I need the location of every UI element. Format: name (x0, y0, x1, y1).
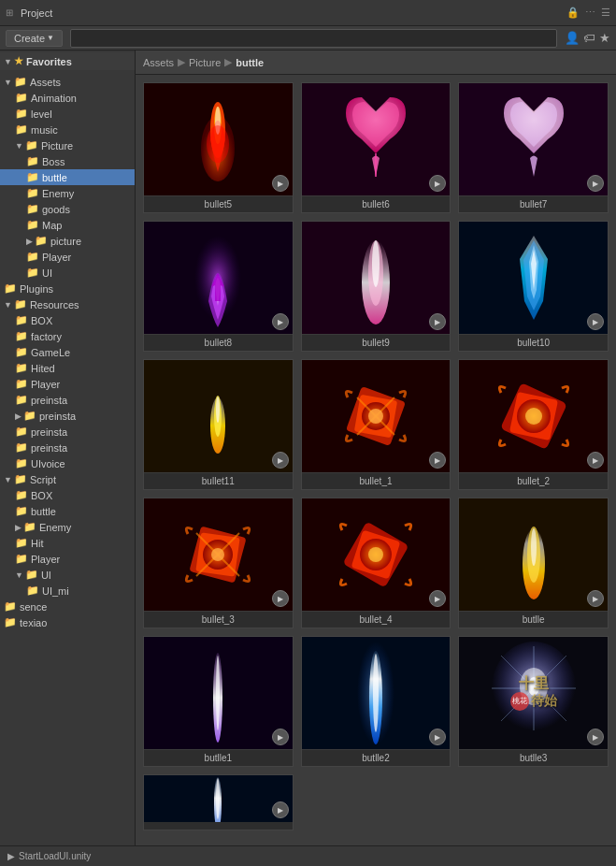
breadcrumb-picture[interactable]: Picture (189, 57, 221, 68)
window-title: Project (21, 7, 52, 19)
tag-icon[interactable]: 🏷 (583, 31, 595, 45)
sidebar-item-ui2[interactable]: ▼ 📁 UI (0, 567, 135, 583)
svg-point-40 (373, 654, 379, 732)
grid-item-bullet9[interactable]: ▶ bullet9 (301, 221, 451, 352)
grid-item-butlle2[interactable]: ▶ butlle2 (301, 636, 451, 767)
grid-item-bullet-3[interactable]: ▶ bullet_3 (143, 498, 294, 628)
sidebar-item-plugins[interactable]: 📁 Plugins (0, 281, 135, 296)
bullet7-play[interactable]: ▶ (587, 175, 604, 192)
preinsta1-label: preinsta (31, 395, 67, 406)
bullet9-play[interactable]: ▶ (429, 313, 446, 330)
butlle-play[interactable]: ▶ (587, 590, 604, 607)
bullet8-play[interactable]: ▶ (272, 313, 289, 330)
grid-item-bullet5[interactable]: ▶ bullet5 (143, 82, 294, 213)
sidebar-item-ui-mi[interactable]: 📁 UI_mi (0, 583, 135, 599)
partial-play[interactable]: ▶ (272, 801, 289, 818)
sidebar-item-level[interactable]: 📁 level (0, 106, 135, 122)
breadcrumb-assets[interactable]: Assets (143, 57, 174, 68)
maximize-icon[interactable]: ☰ (601, 7, 610, 19)
bullet-1-play[interactable]: ▶ (429, 452, 446, 469)
sidebar-item-script[interactable]: ▼ 📁 Script (0, 471, 135, 487)
uivoice-folder-icon: 📁 (15, 457, 28, 469)
sidebar-item-buttle2[interactable]: 📁 buttle (0, 503, 135, 519)
sence-folder-icon: 📁 (4, 600, 17, 613)
sidebar-item-uivoice[interactable]: 📁 UIvoice (0, 455, 135, 471)
grid-item-bullet-2[interactable]: ▶ bullet_2 (458, 359, 609, 490)
grid-item-butlle1[interactable]: ▶ butlle1 (143, 636, 294, 767)
sidebar-item-hited[interactable]: 📁 Hited (0, 360, 135, 376)
sidebar-item-buttle[interactable]: 📁 buttle (0, 169, 135, 185)
sidebar-item-boss[interactable]: 📁 Boss (0, 153, 135, 169)
sidebar-item-player2[interactable]: 📁 Player (0, 376, 135, 392)
sidebar-item-picture[interactable]: ▼ 📁 Picture (0, 137, 135, 153)
sidebar-item-map[interactable]: 📁 Map (0, 217, 135, 233)
bullet10-play[interactable]: ▶ (587, 313, 604, 330)
star-filter-icon[interactable]: ★ (599, 31, 610, 45)
sidebar-item-player[interactable]: 📁 Player (0, 249, 135, 265)
bullet9-label: bullet9 (302, 334, 451, 351)
sidebar-item-ui[interactable]: 📁 UI (0, 265, 135, 281)
favorites-header[interactable]: ▼ ★ Favorites (0, 52, 135, 70)
grid-item-bullet11[interactable]: ▶ bullet11 (143, 359, 294, 490)
sidebar-item-gamele[interactable]: 📁 GameLe (0, 344, 135, 360)
butlle2-play[interactable]: ▶ (429, 729, 446, 745)
sidebar-item-animation[interactable]: 📁 Animation (0, 90, 135, 106)
goods-label: goods (42, 204, 70, 215)
sidebar-item-enemy[interactable]: 📁 Enemy (0, 185, 135, 201)
bullet-4-play[interactable]: ▶ (429, 590, 446, 607)
breadcrumb-sep1: ▶ (178, 56, 185, 68)
lock-icon[interactable]: 🔒 (566, 7, 580, 19)
sidebar-item-player3[interactable]: 📁 Player (0, 551, 135, 567)
grid-item-bullet8[interactable]: ▶ bullet8 (143, 221, 294, 352)
grid-item-bullet10[interactable]: ▶ bullet10 (458, 221, 609, 352)
ui-mi-label: UI_mi (42, 585, 69, 597)
sidebar-item-preinsta3[interactable]: 📁 preinsta (0, 424, 135, 440)
bottom-bar: ▶ StartLoadUI.unity (0, 845, 616, 866)
content-area: Assets ▶ Picture ▶ buttle (136, 51, 616, 845)
eye-icon[interactable]: ⋯ (585, 7, 595, 19)
bullet-2-label: bullet_2 (459, 472, 608, 489)
main-layout: ▼ ★ Favorites ▼ 📁 Assets 📁 Animation 📁 (0, 51, 616, 845)
sidebar-item-texiao[interactable]: 📁 texiao (0, 614, 135, 630)
favorites-label: Favorites (26, 56, 72, 67)
butlle3-play[interactable]: ▶ (587, 729, 604, 745)
sidebar-item-hit[interactable]: 📁 Hit (0, 535, 135, 551)
grid-item-bullet-1[interactable]: ▶ bullet_1 (301, 359, 451, 490)
sidebar-item-music[interactable]: 📁 music (0, 122, 135, 137)
sidebar-item-box[interactable]: 📁 BOX (0, 312, 135, 328)
sidebar-item-box2[interactable]: 📁 BOX (0, 487, 135, 503)
sidebar-item-sence[interactable]: 📁 sence (0, 599, 135, 614)
ui-label: UI (42, 267, 52, 279)
butlle1-play[interactable]: ▶ (272, 729, 289, 745)
grid-item-butlle[interactable]: ▶ butlle (458, 498, 609, 628)
bullet6-play[interactable]: ▶ (429, 175, 446, 192)
assets-folder-icon: 📁 (14, 76, 27, 88)
sidebar: ▼ ★ Favorites ▼ 📁 Assets 📁 Animation 📁 (0, 51, 136, 845)
grid-item-bullet-4[interactable]: ▶ bullet_4 (301, 498, 451, 628)
sidebar-item-preinsta4[interactable]: 📁 preinsta (0, 440, 135, 455)
sidebar-item-picture2[interactable]: ▶ 📁 picture (0, 233, 135, 249)
bullet-2-play[interactable]: ▶ (587, 452, 604, 469)
favorites-star: ★ (14, 55, 23, 67)
grid-item-partial[interactable]: ▶ (143, 774, 294, 830)
sidebar-item-enemy2[interactable]: ▶ 📁 Enemy (0, 519, 135, 535)
sidebar-item-goods[interactable]: 📁 goods (0, 201, 135, 217)
bullet5-play[interactable]: ▶ (272, 175, 289, 192)
box-label: BOX (31, 315, 52, 326)
sidebar-item-factory[interactable]: 📁 factory (0, 328, 135, 344)
bullet11-play[interactable]: ▶ (272, 452, 289, 469)
create-button[interactable]: Create ▼ (6, 30, 63, 47)
grid-item-bullet6[interactable]: ▶ bullet6 (301, 82, 451, 213)
bullet-3-play[interactable]: ▶ (272, 590, 289, 607)
search-input[interactable] (70, 29, 557, 48)
grid-item-bullet7[interactable]: ▶ bullet7 (458, 82, 609, 213)
bullet-3-preview: ▶ (144, 498, 293, 611)
bullet-1-label: bullet_1 (302, 472, 451, 489)
sidebar-item-preinsta1[interactable]: 📁 preinsta (0, 392, 135, 408)
grid-item-butlle3[interactable]: 十里 桃花 待始 ▶ butlle3 (458, 636, 609, 767)
texiao-label: texiao (20, 617, 47, 628)
person-icon[interactable]: 👤 (565, 31, 580, 45)
sidebar-item-resources[interactable]: ▼ 📁 Resources (0, 296, 135, 312)
sidebar-item-assets[interactable]: ▼ 📁 Assets (0, 74, 135, 90)
sidebar-item-preinsta2[interactable]: ▶ 📁 preinsta (0, 408, 135, 424)
